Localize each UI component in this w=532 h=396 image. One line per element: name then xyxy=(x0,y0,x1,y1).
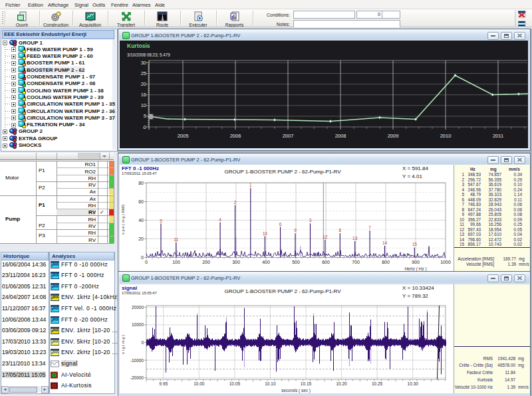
svg-text:0: 0 xyxy=(141,340,144,345)
svg-text:16: 16 xyxy=(141,92,146,98)
svg-text:11: 11 xyxy=(174,237,178,242)
svg-text:5: 5 xyxy=(144,113,146,119)
svg-text:2010: 2010 xyxy=(440,133,452,139)
svg-text:seconds ( sec ): seconds ( sec ) xyxy=(281,388,311,393)
svg-text:600: 600 xyxy=(322,260,330,264)
svg-text:700: 700 xyxy=(352,260,360,264)
svg-text:1: 1 xyxy=(249,183,252,187)
svg-text:10: 10 xyxy=(141,102,146,108)
svg-text:s p e ( m g ) RMS: s p e ( m g ) RMS xyxy=(121,204,125,235)
svg-text:20: 20 xyxy=(138,237,144,241)
svg-text:3/10/2008 08:23; 5.479: 3/10/2008 08:23; 5.479 xyxy=(127,52,170,57)
svg-text:0: 0 xyxy=(141,255,144,260)
svg-text:2009: 2009 xyxy=(388,133,399,139)
svg-text:80: 80 xyxy=(138,181,144,185)
svg-text:30: 30 xyxy=(141,60,146,66)
svg-text:1000: 1000 xyxy=(440,260,451,264)
svg-text:10.20: 10.20 xyxy=(336,381,347,386)
svg-text:s i g ( m g ): s i g ( m g ) xyxy=(121,335,125,354)
svg-text:0: 0 xyxy=(144,124,146,130)
svg-text:20: 20 xyxy=(141,81,146,87)
svg-text:10.10: 10.10 xyxy=(265,381,276,386)
svg-text:2005: 2005 xyxy=(178,133,189,139)
svg-text:400: 400 xyxy=(262,260,270,264)
svg-text:10000: 10000 xyxy=(132,322,144,327)
svg-text:100: 100 xyxy=(172,260,180,264)
svg-text:500: 500 xyxy=(292,260,300,264)
svg-text:2011: 2011 xyxy=(493,133,503,139)
svg-text:5: 5 xyxy=(160,219,162,223)
svg-text:14: 14 xyxy=(382,241,388,245)
svg-text:25: 25 xyxy=(141,70,146,76)
svg-text:40: 40 xyxy=(138,218,144,223)
svg-text:8: 8 xyxy=(338,228,341,233)
svg-text:10.00: 10.00 xyxy=(194,381,205,386)
svg-text:60: 60 xyxy=(138,199,144,204)
svg-text:800: 800 xyxy=(382,260,390,264)
svg-text:6: 6 xyxy=(279,222,282,227)
svg-text:2006: 2006 xyxy=(230,133,241,139)
svg-text:15: 15 xyxy=(412,242,418,247)
svg-text:12: 12 xyxy=(323,235,328,239)
svg-text:3: 3 xyxy=(309,218,312,223)
svg-text:9: 9 xyxy=(294,228,297,233)
svg-text:10.15: 10.15 xyxy=(301,381,312,386)
svg-text:10.05: 10.05 xyxy=(229,381,241,386)
svg-text:2007: 2007 xyxy=(283,133,294,139)
svg-text:-20000: -20000 xyxy=(130,375,144,380)
svg-text:300: 300 xyxy=(232,260,240,264)
svg-text:200: 200 xyxy=(202,260,210,264)
svg-text:10.25: 10.25 xyxy=(372,381,383,386)
svg-text:-10000: -10000 xyxy=(130,358,144,363)
svg-text:13: 13 xyxy=(352,236,358,241)
svg-text:900: 900 xyxy=(412,260,420,264)
svg-text:2008: 2008 xyxy=(335,133,346,139)
svg-text:Kurtosis: Kurtosis xyxy=(127,43,150,49)
svg-text:2: 2 xyxy=(234,200,237,205)
svg-text:10: 10 xyxy=(263,231,268,236)
svg-text:7: 7 xyxy=(368,225,371,230)
svg-text:20000: 20000 xyxy=(132,305,144,310)
svg-text:0: 0 xyxy=(145,260,148,264)
svg-text:9.95: 9.95 xyxy=(159,381,168,386)
svg-text:10.30: 10.30 xyxy=(408,381,419,386)
svg-text:4: 4 xyxy=(219,217,221,222)
